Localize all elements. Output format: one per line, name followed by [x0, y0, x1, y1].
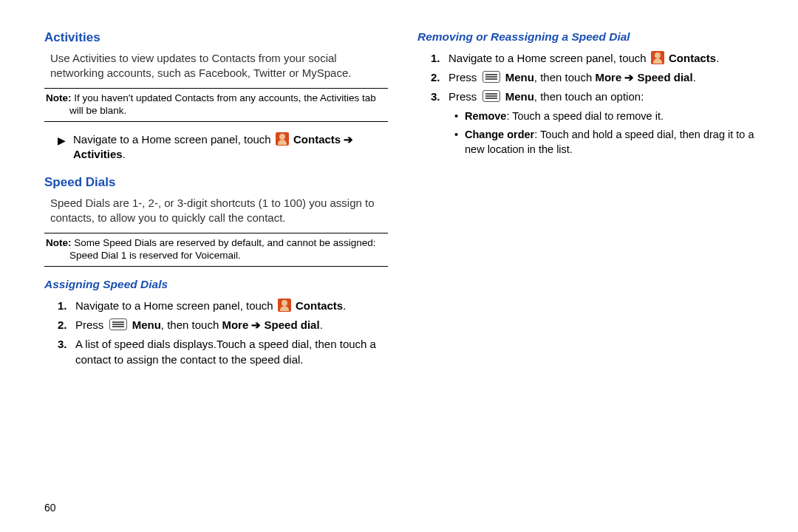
remove-step-2: Press Menu, then touch More ➔ Speed dial… [431, 70, 761, 85]
period: . [693, 71, 696, 83]
more-label: More [595, 71, 624, 83]
assign-step-2: Press Menu, then touch More ➔ Speed dial… [58, 318, 388, 332]
bullet-text: : Touch a speed dial to remove it. [506, 110, 664, 122]
speed-dial-label: Speed dial [261, 318, 319, 331]
note-speed-dials: Note: Some Speed Dials are reserved by d… [44, 233, 388, 267]
contacts-label: Contacts [296, 299, 343, 312]
menu-label: Menu [505, 71, 534, 83]
heading-removing: Removing or Reassigning a Speed Dial [417, 30, 761, 45]
assign-step-1: Navigate to a Home screen panel, touch C… [58, 299, 388, 313]
heading-speed-dials: Speed Dials [44, 174, 388, 191]
note-activities: Note: If you haven't updated Contacts fr… [44, 88, 388, 122]
note-text-line1: Some Speed Dials are reserved by default… [72, 237, 376, 248]
heading-activities: Activities [44, 30, 388, 47]
menu-icon [109, 318, 127, 330]
step-mid: , then touch [534, 71, 596, 83]
period: . [716, 52, 719, 64]
bullet-label: Remove [465, 110, 506, 122]
menu-icon [482, 71, 500, 83]
arrow-icon: ➔ [251, 318, 261, 331]
contacts-icon [278, 299, 291, 312]
play-marker-icon: ▶ [58, 134, 66, 148]
more-label: More [222, 318, 251, 331]
contacts-icon [276, 132, 289, 146]
remove-step-3: Press Menu, then touch an option: Remove… [431, 89, 761, 157]
step-text: Navigate to a Home screen panel, touch [449, 52, 649, 64]
contacts-icon [651, 51, 664, 64]
period: . [343, 299, 346, 312]
nav-instruction-activities: ▶ Navigate to a Home screen panel, touch… [58, 132, 388, 163]
step-text: Navigate to a Home screen panel, touch [75, 299, 276, 312]
option-bullets: Remove: Touch a speed dial to remove it.… [454, 109, 761, 157]
bullet-change-order: Change order: Touch and hold a speed dia… [454, 128, 761, 157]
note-text-line2: Speed Dial 1 is reserved for Voicemail. [46, 250, 386, 262]
nav-pre: Navigate to a Home screen panel, touch [73, 133, 274, 146]
speed-dial-label: Speed dial [634, 71, 692, 83]
step-pre: Press [75, 318, 107, 331]
step-pre: Press [449, 71, 480, 83]
manual-page: Activities Use Activities to view update… [0, 0, 798, 532]
period: . [320, 318, 323, 331]
assign-step-3: A list of speed dials displays.Touch a s… [58, 337, 388, 367]
activities-label: Activities [73, 148, 123, 160]
arrow-icon: ➔ [624, 71, 634, 83]
page-number: 60 [44, 502, 56, 514]
contacts-label: Contacts [669, 52, 716, 64]
step-pre: Press [449, 90, 480, 103]
heading-assigning: Assigning Speed Dials [44, 277, 388, 293]
paragraph-speed-dials: Speed Dials are 1-, 2-, or 3-digit short… [50, 196, 388, 226]
period: . [123, 148, 126, 160]
right-column: Removing or Reassigning a Speed Dial Nav… [417, 30, 761, 517]
note-label: Note: [46, 92, 72, 103]
contacts-label: Contacts [293, 133, 344, 146]
bullet-label: Change order [465, 129, 534, 140]
bullet-remove: Remove: Touch a speed dial to remove it. [454, 109, 761, 124]
menu-icon [482, 90, 500, 102]
note-text-line2: will be blank. [46, 105, 386, 117]
menu-label: Menu [132, 318, 161, 331]
step-post: , then touch an option: [534, 90, 644, 103]
note-label: Note: [46, 237, 72, 248]
left-column: Activities Use Activities to view update… [44, 30, 388, 517]
menu-label: Menu [505, 90, 534, 103]
arrow-icon: ➔ [344, 133, 353, 146]
paragraph-activities: Use Activities to view updates to Contac… [50, 51, 388, 81]
remove-steps: Navigate to a Home screen panel, touch C… [431, 51, 761, 157]
assign-steps: Navigate to a Home screen panel, touch C… [58, 299, 388, 367]
note-text-line1: If you haven't updated Contacts from any… [72, 92, 376, 103]
step-mid: , then touch [161, 318, 222, 331]
remove-step-1: Navigate to a Home screen panel, touch C… [431, 51, 761, 66]
nav-text: Navigate to a Home screen panel, touch C… [73, 132, 353, 163]
